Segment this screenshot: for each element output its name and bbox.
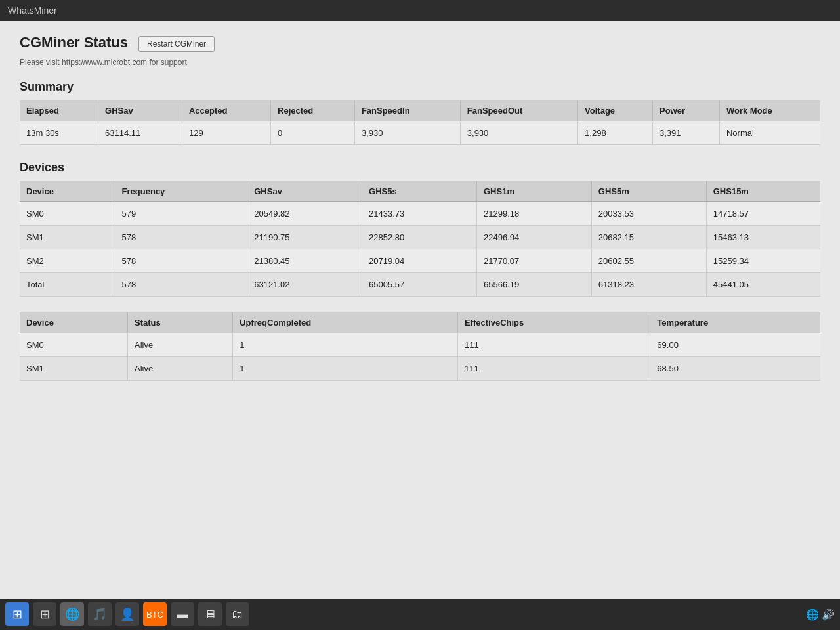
taskbar-icon-settings[interactable]: 🎵: [88, 602, 112, 626]
summary-col-voltage: Voltage: [578, 100, 653, 121]
taskbar: ⊞ ⊞ 🌐 🎵 👤 BTC ▬ 🖥 🗂 🌐 🔊: [0, 598, 840, 630]
cell-ghsav: 20549.82: [247, 202, 362, 226]
cell-temp: 68.50: [650, 357, 820, 381]
table-row: SM2 578 21380.45 20719.04 21770.07 20602…: [20, 249, 820, 273]
summary-voltage: 1,298: [578, 121, 653, 145]
dev-col-ghs1m: GHS1m: [476, 181, 591, 202]
cell-ghsav: 63121.02: [247, 273, 362, 297]
dev2-col-status: Status: [128, 312, 233, 333]
summary-col-fanspeedout: FanSpeedOut: [460, 100, 578, 121]
taskbar-tray: 🌐 🔊: [806, 608, 835, 621]
table-row: SM1 578 21190.75 22852.80 22496.94 20682…: [20, 226, 820, 249]
dev2-col-chips: EffectiveChips: [457, 312, 650, 333]
cell-ghs15m: 15259.34: [706, 249, 820, 273]
taskbar-icon-browser[interactable]: 🌐: [60, 602, 84, 626]
dev-col-device: Device: [20, 181, 115, 202]
cell-ghs5m: 61318.23: [591, 273, 706, 297]
cell-upfreq: 1: [233, 333, 458, 357]
cell-ghsav: 21380.45: [247, 249, 362, 273]
summary-col-power: Power: [652, 100, 719, 121]
cell-ghs5s: 20719.04: [362, 249, 477, 273]
app-title: WhatsMiner: [8, 5, 57, 16]
cell-ghs5m: 20602.55: [591, 249, 706, 273]
cell-ghsav: 21190.75: [247, 226, 362, 249]
dev2-col-device: Device: [20, 312, 128, 333]
cell-ghs15m: 15463.13: [706, 226, 820, 249]
cell-ghs15m: 45441.05: [706, 273, 820, 297]
title-bar: WhatsMiner: [0, 0, 840, 21]
cell-frequency: 578: [115, 273, 247, 297]
summary-col-elapsed: Elapsed: [20, 100, 98, 121]
cell-ghs1m: 65566.19: [476, 273, 591, 297]
dev2-col-temp: Temperature: [650, 312, 820, 333]
cell-ghs5s: 65005.57: [362, 273, 477, 297]
taskbar-icon-user[interactable]: 👤: [116, 602, 139, 626]
cell-temp: 69.00: [650, 333, 820, 357]
cell-ghs5s: 22852.80: [362, 226, 477, 249]
summary-power: 3,391: [652, 121, 719, 145]
table-row: SM0 579 20549.82 21433.73 21299.18 20033…: [20, 202, 820, 226]
taskbar-icon-btc[interactable]: BTC: [143, 602, 167, 626]
summary-elapsed: 13m 30s: [20, 121, 98, 145]
table-row: Total 578 63121.02 65005.57 65566.19 613…: [20, 273, 820, 297]
summary-section-title: Summary: [20, 80, 820, 94]
cell-chips: 111: [457, 333, 650, 357]
dev-col-ghs15m: GHS15m: [706, 181, 820, 202]
tray-volume-icon: 🔊: [822, 608, 835, 621]
summary-col-rejected: Rejected: [271, 100, 355, 121]
devices-header-row-2: Device Status UpfreqCompleted EffectiveC…: [20, 312, 820, 333]
summary-rejected: 0: [271, 121, 355, 145]
cell-device: SM1: [20, 226, 115, 249]
devices-header-row-1: Device Frequency GHSav GHS5s GHS1m GHS5m…: [20, 181, 820, 202]
cell-ghs5m: 20682.15: [591, 226, 706, 249]
dev-col-ghsav: GHSav: [247, 181, 362, 202]
summary-col-accepted: Accepted: [182, 100, 270, 121]
summary-table: Elapsed GHSav Accepted Rejected FanSpeed…: [20, 100, 820, 145]
cell-chips: 111: [457, 357, 650, 381]
restart-cgminer-button[interactable]: Restart CGMiner: [138, 36, 215, 52]
cell-device: Total: [20, 273, 115, 297]
summary-fanspeedout: 3,930: [460, 121, 578, 145]
dev-col-ghs5m: GHS5m: [591, 181, 706, 202]
cell-status: Alive: [128, 357, 233, 381]
cell-frequency: 579: [115, 202, 247, 226]
cell-status: Alive: [128, 333, 233, 357]
cell-ghs1m: 21770.07: [476, 249, 591, 273]
summary-col-fanspeedin: FanSpeedIn: [354, 100, 460, 121]
taskbar-icon-grid[interactable]: ⊞: [33, 602, 56, 626]
devices-section-title: Devices: [20, 161, 820, 175]
cell-ghs1m: 22496.94: [476, 226, 591, 249]
cell-upfreq: 1: [233, 357, 458, 381]
devices-table-1: Device Frequency GHSav GHS5s GHS1m GHS5m…: [20, 181, 820, 297]
tray-network-icon: 🌐: [806, 608, 819, 621]
page-content: CGMiner Status Restart CGMiner Please vi…: [0, 21, 840, 598]
summary-col-ghsav: GHSav: [98, 100, 182, 121]
table-row: SM0 Alive 1 111 69.00: [20, 333, 820, 357]
summary-data-row: 13m 30s 63114.11 129 0 3,930 3,930 1,298…: [20, 121, 820, 145]
taskbar-icon-finder[interactable]: 🗂: [226, 602, 249, 626]
devices-table-2: Device Status UpfreqCompleted EffectiveC…: [20, 312, 820, 381]
cell-device: SM0: [20, 202, 115, 226]
page-title: CGMiner Status: [20, 34, 128, 51]
cell-device: SM0: [20, 333, 128, 357]
summary-header-row: Elapsed GHSav Accepted Rejected FanSpeed…: [20, 100, 820, 121]
cell-ghs5m: 20033.53: [591, 202, 706, 226]
summary-col-workmode: Work Mode: [719, 100, 820, 121]
page-subtitle: Please visit https://www.microbt.com for…: [20, 58, 820, 67]
browser-area: CGMiner Status Restart CGMiner Please vi…: [0, 21, 840, 598]
dev-col-ghs5s: GHS5s: [362, 181, 477, 202]
cell-ghs1m: 21299.18: [476, 202, 591, 226]
dev2-col-upfreq: UpfreqCompleted: [233, 312, 458, 333]
cell-ghs15m: 14718.57: [706, 202, 820, 226]
summary-fanspeedin: 3,930: [354, 121, 460, 145]
taskbar-icon-terminal[interactable]: ▬: [171, 602, 194, 626]
dev-col-frequency: Frequency: [115, 181, 247, 202]
cell-frequency: 578: [115, 249, 247, 273]
page-header: CGMiner Status Restart CGMiner: [20, 34, 820, 54]
summary-ghsav: 63114.11: [98, 121, 182, 145]
cell-ghs5s: 21433.73: [362, 202, 477, 226]
taskbar-icon-files[interactable]: 🖥: [198, 602, 222, 626]
cell-device: SM2: [20, 249, 115, 273]
summary-workmode: Normal: [719, 121, 820, 145]
start-button[interactable]: ⊞: [5, 602, 29, 626]
